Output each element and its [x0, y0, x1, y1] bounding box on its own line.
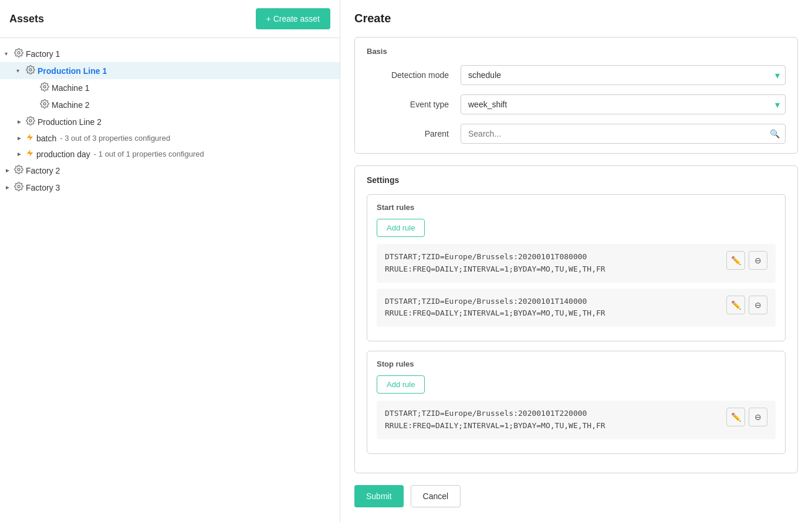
tree-item-sublabel: - 1 out of 1 properties configured [94, 150, 204, 158]
form-footer: Submit Cancel [354, 485, 798, 507]
submit-button[interactable]: Submit [354, 485, 404, 507]
tree-item-machine2[interactable]: Machine 2 [0, 96, 340, 113]
detection-mode-control: schedule event manual ▾ [461, 65, 786, 85]
svg-point-4 [29, 120, 32, 122]
tree-children: ▾Production Line 1Machine 1Machine 2►Pro… [0, 62, 340, 162]
detection-mode-label: Detection mode [367, 70, 461, 80]
start-rule-2-actions: ✏️ ⊖ [726, 296, 767, 314]
tree-item-label: Factory 2 [26, 166, 60, 175]
gear-icon [26, 116, 35, 127]
create-asset-button[interactable]: + Create asset [256, 8, 330, 29]
search-icon: 🔍 [770, 129, 780, 138]
start-rule-2: DTSTART;TZID=Europe/Brussels:20200101T14… [377, 289, 776, 327]
tree-item-label: Factory 3 [26, 183, 60, 192]
right-panel: Create Basis Detection mode schedule eve… [340, 0, 812, 522]
tree-children: Machine 1Machine 2 [0, 79, 340, 113]
tree-item-factory3[interactable]: ►Factory 3 [0, 179, 340, 196]
tree-item-productionday[interactable]: ►production day - 1 out of 1 properties … [0, 146, 340, 162]
lightning-icon [26, 133, 34, 143]
svg-point-7 [18, 168, 20, 171]
start-rules-title: Start rules [377, 203, 776, 212]
chevron-icon: ► [16, 151, 23, 157]
tree-item-label: production day [36, 150, 90, 159]
basis-section-title: Basis [367, 47, 786, 56]
tree-item-label: Machine 2 [52, 100, 90, 110]
cancel-button[interactable]: Cancel [411, 485, 461, 507]
stop-rule-1-text: DTSTART;TZID=Europe/Brussels:20200101T22… [385, 408, 605, 432]
stop-rule-1-delete-button[interactable]: ⊖ [749, 408, 767, 426]
parent-control: 🔍 [461, 124, 786, 144]
detection-mode-wrapper: schedule event manual ▾ [461, 65, 786, 85]
chevron-icon: ▾ [5, 50, 12, 57]
svg-point-2 [43, 86, 46, 88]
stop-rules-section: Stop rules Add rule DTSTART;TZID=Europe/… [367, 351, 786, 454]
gear-icon [14, 48, 23, 59]
gear-icon [40, 99, 49, 110]
parent-search-wrapper: 🔍 [461, 124, 786, 144]
tree-item-machine1[interactable]: Machine 1 [0, 79, 340, 96]
start-rule-1-edit-button[interactable]: ✏️ [726, 251, 745, 270]
chevron-icon: ► [5, 167, 12, 174]
gear-icon [14, 182, 23, 193]
tree-item-factory2[interactable]: ►Factory 2 [0, 162, 340, 179]
start-rules-add-button[interactable]: Add rule [377, 219, 425, 237]
parent-label: Parent [367, 129, 461, 138]
tree-item-label: batch [36, 134, 56, 143]
chevron-icon: ► [16, 118, 23, 125]
svg-point-8 [18, 185, 20, 188]
tree-item-sublabel: - 3 out of 3 properties configured [60, 134, 170, 143]
svg-point-0 [18, 52, 20, 54]
tree-item-label: Production Line 2 [38, 117, 102, 127]
tree-item-prodline1[interactable]: ▾Production Line 1 [0, 62, 340, 79]
assets-title: Assets [9, 13, 44, 25]
detection-mode-select[interactable]: schedule event manual [461, 65, 786, 85]
start-rules-section: Start rules Add rule DTSTART;TZID=Europe… [367, 194, 786, 341]
detection-mode-row: Detection mode schedule event manual ▾ [367, 65, 786, 85]
chevron-icon: ► [5, 184, 12, 191]
stop-rule-1: DTSTART;TZID=Europe/Brussels:20200101T22… [377, 401, 776, 439]
event-type-control: week_shift day_shift batch ▾ [461, 94, 786, 114]
start-rule-1-text: DTSTART;TZID=Europe/Brussels:20200101T08… [385, 251, 605, 276]
tree-item-prodline2[interactable]: ►Production Line 2 [0, 113, 340, 130]
settings-section: Settings Start rules Add rule DTSTART;TZ… [354, 165, 798, 473]
asset-tree: ▾Factory 1▾Production Line 1Machine 1Mac… [0, 38, 340, 522]
tree-item-label: Production Line 1 [38, 66, 107, 76]
start-rule-2-edit-button[interactable]: ✏️ [726, 296, 745, 314]
settings-title: Settings [367, 175, 786, 185]
gear-icon [14, 165, 23, 176]
parent-search-input[interactable] [461, 124, 786, 144]
start-rule-1-actions: ✏️ ⊖ [726, 251, 767, 270]
gear-icon [40, 82, 49, 93]
event-type-label: Event type [367, 100, 461, 109]
basis-section: Basis Detection mode schedule event manu… [354, 37, 798, 154]
event-type-row: Event type week_shift day_shift batch ▾ [367, 94, 786, 114]
start-rule-1: DTSTART;TZID=Europe/Brussels:20200101T08… [377, 244, 776, 283]
gear-icon [26, 65, 35, 76]
svg-point-1 [29, 69, 32, 71]
tree-item-batch[interactable]: ►batch - 3 out of 3 properties configure… [0, 130, 340, 146]
left-header: Assets + Create asset [0, 0, 340, 38]
chevron-icon: ▾ [16, 67, 23, 74]
stop-rules-title: Stop rules [377, 360, 776, 368]
tree-item-factory1[interactable]: ▾Factory 1 [0, 45, 340, 62]
stop-rule-1-edit-button[interactable]: ✏️ [726, 408, 745, 426]
start-rule-1-delete-button[interactable]: ⊖ [749, 251, 767, 270]
tree-item-label: Factory 1 [26, 49, 60, 59]
svg-point-3 [43, 103, 46, 105]
left-panel: Assets + Create asset ▾Factory 1▾Product… [0, 0, 340, 522]
parent-row: Parent 🔍 [367, 124, 786, 144]
event-type-wrapper: week_shift day_shift batch ▾ [461, 94, 786, 114]
svg-marker-5 [27, 134, 33, 141]
tree-item-label: Machine 1 [52, 83, 90, 93]
start-rule-2-text: DTSTART;TZID=Europe/Brussels:20200101T14… [385, 296, 605, 320]
svg-marker-6 [27, 150, 33, 157]
lightning-icon [26, 149, 34, 159]
start-rule-2-delete-button[interactable]: ⊖ [749, 296, 767, 314]
page-title: Create [354, 12, 798, 25]
stop-rules-add-button[interactable]: Add rule [377, 375, 425, 394]
stop-rule-1-actions: ✏️ ⊖ [726, 408, 767, 426]
event-type-select[interactable]: week_shift day_shift batch [461, 94, 786, 114]
chevron-icon: ► [16, 135, 23, 141]
